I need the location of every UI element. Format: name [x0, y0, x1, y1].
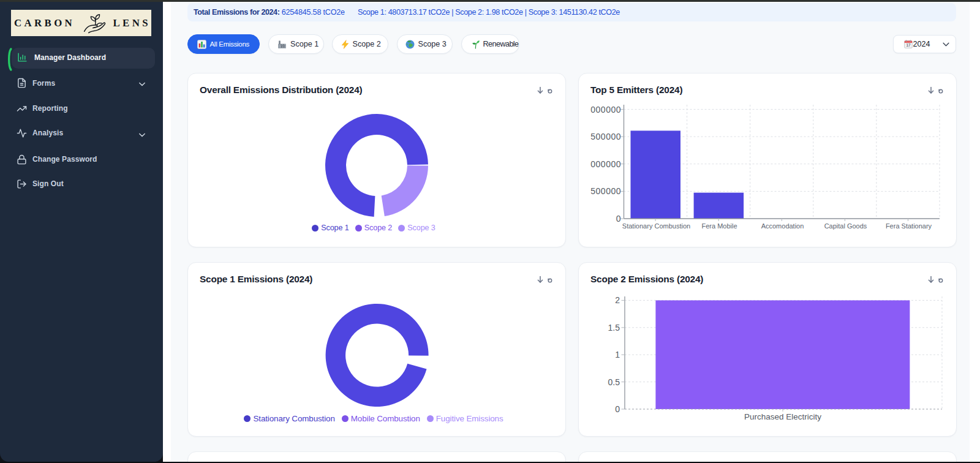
svg-text:1: 1 — [615, 350, 620, 359]
svg-text:Fera Stationary: Fera Stationary — [886, 222, 932, 230]
svg-text:0.5: 0.5 — [608, 377, 620, 387]
svg-text:0: 0 — [615, 404, 620, 414]
svg-text:17: 17 — [906, 43, 911, 47]
svg-text:Purchased Electricity: Purchased Electricity — [744, 412, 821, 421]
svg-text:Stationary Combustion: Stationary Combustion — [622, 222, 690, 230]
svg-text:Fera Mobile: Fera Mobile — [701, 222, 737, 230]
svg-text:500000: 500000 — [590, 186, 621, 196]
svg-text:0: 0 — [616, 214, 621, 224]
svg-text:000000: 000000 — [590, 105, 621, 115]
svg-text:000000: 000000 — [590, 159, 621, 169]
svg-text:2: 2 — [615, 295, 620, 305]
svg-text:Accomodation: Accomodation — [761, 222, 804, 230]
svg-text:1.5: 1.5 — [608, 323, 620, 333]
svg-text:500000: 500000 — [590, 132, 621, 141]
svg-text:Capital Goods: Capital Goods — [824, 222, 867, 230]
